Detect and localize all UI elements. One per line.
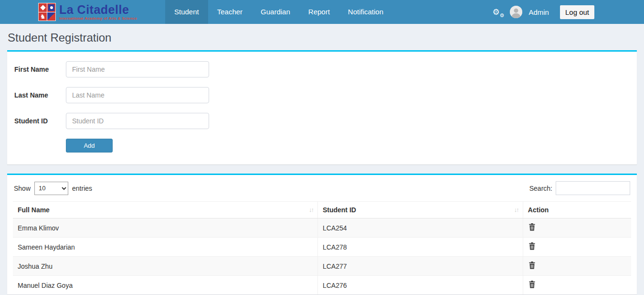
first-name-label: First Name xyxy=(14,66,66,73)
trash-icon xyxy=(529,242,535,250)
delete-button[interactable] xyxy=(528,262,535,269)
student-id-label: Student ID xyxy=(14,117,66,125)
full-name-cell: Joshua Zhu xyxy=(13,257,317,276)
action-cell xyxy=(523,238,631,257)
student-id-cell: LCA278 xyxy=(317,238,523,257)
column-header-student-id[interactable]: Student ID ↓↑ xyxy=(317,202,523,219)
column-header-action: Action xyxy=(523,202,631,219)
search-input[interactable] xyxy=(556,181,630,195)
table-row: Joshua Zhu LCA277 xyxy=(13,257,631,276)
sort-icon[interactable]: ↓↑ xyxy=(309,206,313,213)
table-header-row: Full Name ↓↑ Student ID ↓↑ Action xyxy=(13,202,631,219)
column-label: Student ID xyxy=(323,206,356,214)
nav-item-guardian[interactable]: Guardian xyxy=(252,0,299,24)
person-silhouette-icon xyxy=(510,6,522,18)
delete-button[interactable] xyxy=(528,223,535,231)
crest-quadrant-2 xyxy=(47,3,55,12)
nav-item-teacher[interactable]: Teacher xyxy=(208,0,252,24)
trash-icon xyxy=(529,281,535,288)
nav-item-report[interactable]: Report xyxy=(299,0,339,24)
navbar-right: ⚙⚙ Admin Log out xyxy=(492,0,594,24)
trash-icon xyxy=(529,262,535,269)
brand-subtitle: International Academy of Arts & Science xyxy=(59,17,137,21)
action-cell xyxy=(523,219,631,238)
column-label: Action xyxy=(528,206,549,214)
registration-form-panel: First Name Last Name Student ID Add xyxy=(7,50,637,164)
student-id-group: Student ID xyxy=(14,113,630,129)
student-id-cell: LCA276 xyxy=(317,276,523,295)
page-title: Student Registration xyxy=(8,31,637,44)
last-name-label: Last Name xyxy=(14,91,66,99)
full-name-cell: Sameen Haydarian xyxy=(13,238,317,257)
delete-button[interactable] xyxy=(528,281,535,288)
column-header-full-name[interactable]: Full Name ↓↑ xyxy=(13,202,317,219)
add-button[interactable]: Add xyxy=(66,139,113,153)
nav-item-notification[interactable]: Notification xyxy=(339,0,392,24)
last-name-group: Last Name xyxy=(14,87,630,103)
brand-title: La Citadelle xyxy=(59,4,137,16)
first-name-group: First Name xyxy=(14,61,630,77)
student-id-input[interactable] xyxy=(66,113,209,129)
page-length-control: Show 10 entries xyxy=(14,182,92,195)
table-row: Emma Klimov LCA254 xyxy=(13,219,631,238)
page-content: Student Registration First Name Last Nam… xyxy=(0,31,644,295)
student-id-cell: LCA277 xyxy=(317,257,523,276)
search-control: Search: xyxy=(529,181,630,195)
gear-icon: ⚙ xyxy=(492,8,499,17)
crest-quadrant-4 xyxy=(47,12,55,21)
crest-lion-icon: ♞ xyxy=(39,12,47,21)
delete-button[interactable] xyxy=(528,242,535,250)
search-label: Search: xyxy=(529,185,552,192)
sort-icon[interactable]: ↓↑ xyxy=(514,206,518,213)
student-id-cell: LCA254 xyxy=(317,219,523,238)
full-name-cell: Emma Klimov xyxy=(13,219,317,238)
brand-logo[interactable]: ♞ La Citadelle International Academy of … xyxy=(38,0,154,24)
action-cell xyxy=(523,257,631,276)
first-name-input[interactable] xyxy=(66,61,209,77)
settings-gears-icon[interactable]: ⚙⚙ xyxy=(492,8,504,16)
show-label: Show xyxy=(14,185,31,192)
brand-text: La Citadelle International Academy of Ar… xyxy=(59,4,137,21)
page-length-select[interactable]: 10 xyxy=(34,182,68,195)
main-nav: Student Teacher Guardian Report Notifica… xyxy=(165,0,392,24)
column-label: Full Name xyxy=(18,206,50,214)
action-cell xyxy=(523,276,631,295)
entries-label: entries xyxy=(72,185,92,192)
table-row: Sameen Haydarian LCA278 xyxy=(13,238,631,257)
table-controls: Show 10 entries Search: xyxy=(14,181,630,195)
last-name-input[interactable] xyxy=(66,87,209,103)
brand-crest-icon: ♞ xyxy=(38,3,56,21)
trash-icon xyxy=(529,223,535,231)
students-table: Full Name ↓↑ Student ID ↓↑ Action Emma K… xyxy=(13,201,631,295)
full-name-cell: Manuel Diaz Goya xyxy=(13,276,317,295)
top-navbar: ♞ La Citadelle International Academy of … xyxy=(0,0,644,24)
user-name: Admin xyxy=(528,8,549,16)
students-table-panel: Show 10 entries Search: Full Name ↓↑ xyxy=(7,174,637,295)
table-row: Manuel Diaz Goya LCA276 xyxy=(13,276,631,295)
nav-item-student[interactable]: Student xyxy=(165,0,208,24)
user-avatar-icon[interactable] xyxy=(510,6,522,18)
gear-small-icon: ⚙ xyxy=(500,13,505,18)
logout-button[interactable]: Log out xyxy=(560,5,594,19)
crest-quadrant-1 xyxy=(39,3,47,12)
